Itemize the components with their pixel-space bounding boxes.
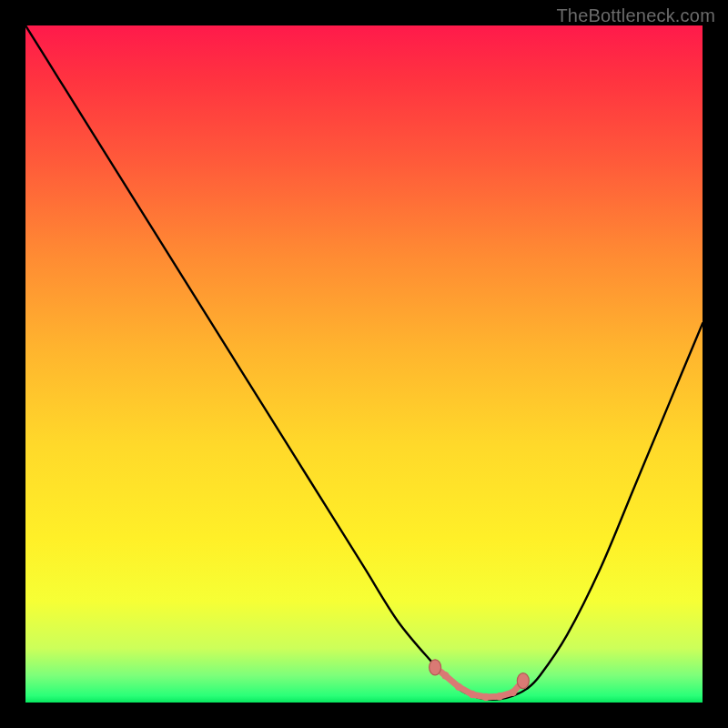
severity-gradient-background — [25, 25, 703, 703]
plot-area — [25, 25, 703, 703]
chart-frame: TheBottleneck.com — [0, 0, 728, 728]
watermark-text: TheBottleneck.com — [556, 5, 715, 26]
